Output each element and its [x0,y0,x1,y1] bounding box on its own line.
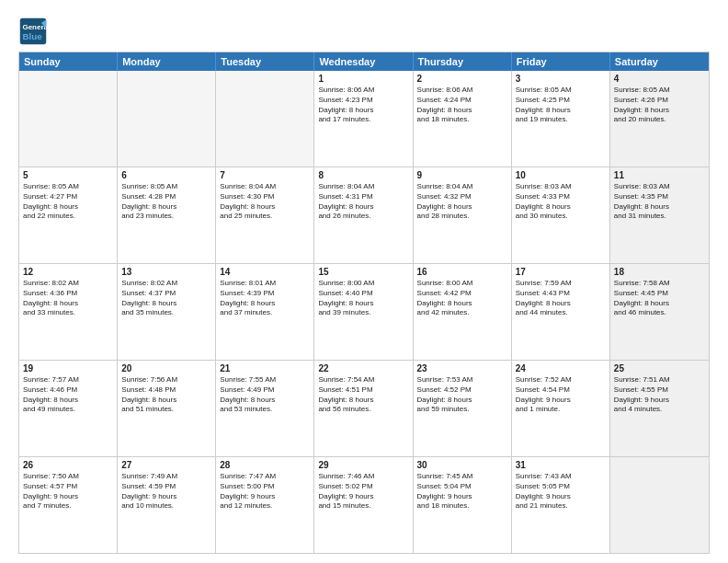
logo: General Blue [18,17,51,46]
calendar-day-21: 21Sunrise: 7:55 AM Sunset: 4:49 PM Dayli… [216,361,314,456]
day-content: Sunrise: 7:46 AM Sunset: 5:02 PM Dayligh… [318,472,408,511]
day-content: Sunrise: 7:59 AM Sunset: 4:43 PM Dayligh… [516,279,606,318]
header-day-sunday: Sunday [19,52,118,71]
day-number: 6 [121,170,211,180]
day-number: 27 [121,460,211,470]
day-content: Sunrise: 7:45 AM Sunset: 5:04 PM Dayligh… [417,472,507,511]
calendar-day-30: 30Sunrise: 7:45 AM Sunset: 5:04 PM Dayli… [414,457,512,553]
calendar-day-26: 26Sunrise: 7:50 AM Sunset: 4:57 PM Dayli… [19,457,118,553]
page: General Blue SundayMondayTuesdayWednesda… [0,0,728,563]
calendar-day-4: 4Sunrise: 8:05 AM Sunset: 4:26 PM Daylig… [610,71,709,167]
day-number: 30 [417,460,507,470]
day-content: Sunrise: 8:02 AM Sunset: 4:37 PM Dayligh… [121,279,211,318]
calendar-day-14: 14Sunrise: 8:01 AM Sunset: 4:39 PM Dayli… [216,264,314,360]
day-number: 22 [318,363,408,373]
day-content: Sunrise: 8:04 AM Sunset: 4:30 PM Dayligh… [220,182,310,222]
calendar-day-11: 11Sunrise: 8:03 AM Sunset: 4:35 PM Dayli… [610,167,709,263]
day-number: 24 [516,363,606,373]
day-content: Sunrise: 7:51 AM Sunset: 4:55 PM Dayligh… [614,375,705,415]
header-day-friday: Friday [512,52,610,71]
calendar-empty-cell [19,71,118,167]
calendar-body: 1Sunrise: 8:06 AM Sunset: 4:23 PM Daylig… [19,71,709,553]
day-number: 16 [417,267,507,277]
day-number: 26 [23,460,113,470]
calendar-header: SundayMondayTuesdayWednesdayThursdayFrid… [19,52,709,71]
calendar-day-22: 22Sunrise: 7:54 AM Sunset: 4:51 PM Dayli… [314,361,413,456]
calendar-day-3: 3Sunrise: 8:05 AM Sunset: 4:25 PM Daylig… [512,71,610,167]
day-number: 4 [614,74,705,84]
day-number: 17 [516,267,606,277]
day-content: Sunrise: 8:03 AM Sunset: 4:35 PM Dayligh… [614,182,705,222]
day-number: 13 [121,267,211,277]
day-number: 25 [614,363,705,373]
day-content: Sunrise: 8:03 AM Sunset: 4:33 PM Dayligh… [516,182,606,222]
day-content: Sunrise: 8:05 AM Sunset: 4:28 PM Dayligh… [121,182,211,222]
calendar-day-15: 15Sunrise: 8:00 AM Sunset: 4:40 PM Dayli… [314,264,413,360]
day-number: 2 [417,74,507,84]
day-content: Sunrise: 7:57 AM Sunset: 4:46 PM Dayligh… [23,375,113,415]
calendar-row-4: 26Sunrise: 7:50 AM Sunset: 4:57 PM Dayli… [19,456,709,553]
calendar-day-23: 23Sunrise: 7:53 AM Sunset: 4:52 PM Dayli… [414,361,512,456]
day-content: Sunrise: 7:56 AM Sunset: 4:48 PM Dayligh… [121,375,211,415]
day-content: Sunrise: 8:04 AM Sunset: 4:31 PM Dayligh… [318,182,408,222]
calendar-day-8: 8Sunrise: 8:04 AM Sunset: 4:31 PM Daylig… [314,167,413,263]
day-number: 21 [220,363,310,373]
calendar-day-13: 13Sunrise: 8:02 AM Sunset: 4:37 PM Dayli… [118,264,216,360]
day-number: 10 [516,170,606,180]
calendar-day-16: 16Sunrise: 8:00 AM Sunset: 4:42 PM Dayli… [414,264,512,360]
header-day-wednesday: Wednesday [314,52,413,71]
day-content: Sunrise: 8:02 AM Sunset: 4:36 PM Dayligh… [23,279,113,318]
calendar-day-2: 2Sunrise: 8:06 AM Sunset: 4:24 PM Daylig… [414,71,512,167]
day-content: Sunrise: 7:53 AM Sunset: 4:52 PM Dayligh… [417,375,507,415]
calendar-day-31: 31Sunrise: 7:43 AM Sunset: 5:05 PM Dayli… [512,457,610,553]
day-number: 3 [516,74,606,84]
day-content: Sunrise: 7:55 AM Sunset: 4:49 PM Dayligh… [220,375,310,415]
day-content: Sunrise: 8:04 AM Sunset: 4:32 PM Dayligh… [417,182,507,222]
header-day-monday: Monday [118,52,216,71]
calendar-row-1: 5Sunrise: 8:05 AM Sunset: 4:27 PM Daylig… [19,167,709,263]
day-number: 31 [516,460,606,470]
day-content: Sunrise: 8:06 AM Sunset: 4:24 PM Dayligh… [417,86,507,125]
day-number: 19 [23,363,113,373]
calendar-day-19: 19Sunrise: 7:57 AM Sunset: 4:46 PM Dayli… [19,361,118,456]
day-content: Sunrise: 8:01 AM Sunset: 4:39 PM Dayligh… [220,279,310,318]
day-number: 11 [614,170,705,180]
calendar-day-5: 5Sunrise: 8:05 AM Sunset: 4:27 PM Daylig… [19,167,118,263]
header-day-saturday: Saturday [610,52,709,71]
calendar-day-18: 18Sunrise: 7:58 AM Sunset: 4:45 PM Dayli… [610,264,709,360]
day-number: 8 [318,170,408,180]
calendar-day-27: 27Sunrise: 7:49 AM Sunset: 4:59 PM Dayli… [118,457,216,553]
calendar-row-0: 1Sunrise: 8:06 AM Sunset: 4:23 PM Daylig… [19,71,709,167]
day-number: 18 [614,267,705,277]
day-content: Sunrise: 8:00 AM Sunset: 4:40 PM Dayligh… [318,279,408,318]
calendar-day-12: 12Sunrise: 8:02 AM Sunset: 4:36 PM Dayli… [19,264,118,360]
header-day-thursday: Thursday [414,52,512,71]
day-number: 12 [23,267,113,277]
calendar-empty-cell [118,71,216,167]
calendar-day-29: 29Sunrise: 7:46 AM Sunset: 5:02 PM Dayli… [314,457,413,553]
calendar-empty-cell [216,71,314,167]
calendar-empty-cell [610,457,709,553]
calendar-day-17: 17Sunrise: 7:59 AM Sunset: 4:43 PM Dayli… [512,264,610,360]
day-number: 29 [318,460,408,470]
day-content: Sunrise: 7:50 AM Sunset: 4:57 PM Dayligh… [23,472,113,511]
calendar-day-24: 24Sunrise: 7:52 AM Sunset: 4:54 PM Dayli… [512,361,610,456]
calendar-day-1: 1Sunrise: 8:06 AM Sunset: 4:23 PM Daylig… [314,71,413,167]
day-content: Sunrise: 7:43 AM Sunset: 5:05 PM Dayligh… [516,472,606,511]
calendar-row-2: 12Sunrise: 8:02 AM Sunset: 4:36 PM Dayli… [19,263,709,360]
day-number: 15 [318,267,408,277]
day-content: Sunrise: 7:49 AM Sunset: 4:59 PM Dayligh… [121,472,211,511]
calendar: SundayMondayTuesdayWednesdayThursdayFrid… [18,52,710,554]
logo-icon: General Blue [18,17,48,46]
calendar-day-25: 25Sunrise: 7:51 AM Sunset: 4:55 PM Dayli… [610,361,709,456]
calendar-day-28: 28Sunrise: 7:47 AM Sunset: 5:00 PM Dayli… [216,457,314,553]
calendar-day-10: 10Sunrise: 8:03 AM Sunset: 4:33 PM Dayli… [512,167,610,263]
day-number: 14 [220,267,310,277]
header-day-tuesday: Tuesday [216,52,314,71]
header: General Blue [18,17,710,46]
calendar-day-9: 9Sunrise: 8:04 AM Sunset: 4:32 PM Daylig… [414,167,512,263]
calendar-day-7: 7Sunrise: 8:04 AM Sunset: 4:30 PM Daylig… [216,167,314,263]
day-content: Sunrise: 8:00 AM Sunset: 4:42 PM Dayligh… [417,279,507,318]
day-number: 23 [417,363,507,373]
calendar-day-6: 6Sunrise: 8:05 AM Sunset: 4:28 PM Daylig… [118,167,216,263]
